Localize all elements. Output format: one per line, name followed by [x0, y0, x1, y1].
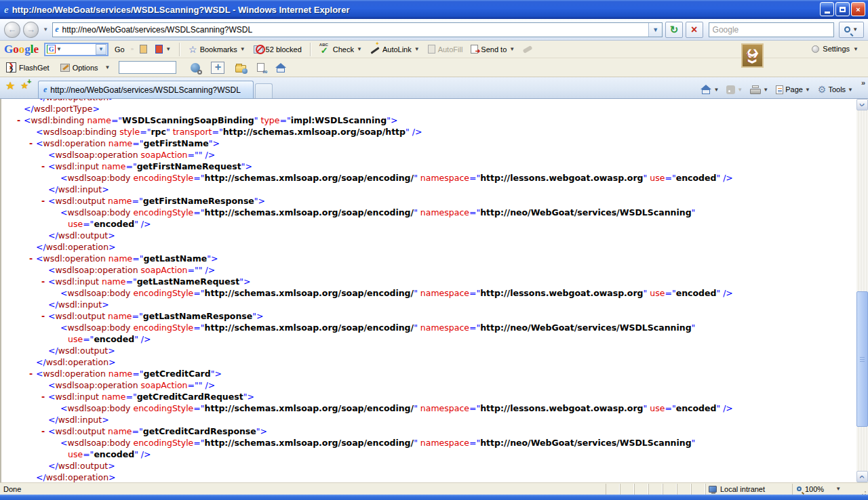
- google-search-combo[interactable]: G ▼ ▼: [44, 43, 108, 56]
- collapse-toggle[interactable]: -: [29, 138, 33, 149]
- xml-line: <wsdlsoap:operation soapAction="" />: [1, 264, 856, 276]
- collapse-toggle[interactable]: -: [41, 195, 45, 207]
- refresh-button[interactable]: ↻: [665, 22, 683, 38]
- popup-blocker-button[interactable]: 52 blocked: [252, 44, 304, 55]
- autofill-button: AutoFill: [426, 43, 465, 55]
- xml-line: -<wsdl:input name="getLastNameRequest">: [1, 276, 856, 287]
- print-button[interactable]: ▼: [749, 84, 770, 96]
- collapse-toggle[interactable]: -: [29, 368, 33, 379]
- flashget-search-button[interactable]: [189, 62, 202, 74]
- google-g-dropdown[interactable]: ▼: [56, 46, 62, 52]
- autolink-button[interactable]: AutoLink▼: [368, 44, 422, 55]
- xml-line: use="encoded" />: [1, 449, 856, 460]
- back-button[interactable]: ←: [4, 22, 20, 38]
- xml-line: -<wsdl:input name="getCreditCardRequest"…: [1, 391, 856, 402]
- xml-line: <wsdlsoap:body encodingStyle="http://sch…: [1, 402, 856, 414]
- toolbar-expander-icon[interactable]: »: [131, 46, 134, 52]
- status-bar: Done Local intranet 100% ▼: [0, 482, 868, 495]
- maximize-button[interactable]: [835, 2, 850, 16]
- page-link-icon: [257, 63, 264, 72]
- forward-button[interactable]: →: [23, 22, 39, 38]
- flashget-search-field[interactable]: [119, 61, 176, 74]
- photos-icon: [140, 45, 147, 54]
- resize-grip[interactable]: [857, 484, 868, 495]
- zone-label: Local intranet: [720, 485, 765, 493]
- bookmarks-button[interactable]: ☆ Bookmarks▼: [186, 43, 248, 56]
- gear-icon: ⚙: [818, 85, 827, 94]
- collapse-toggle[interactable]: -: [41, 161, 45, 172]
- settings-button[interactable]: Settings ▼: [812, 45, 859, 53]
- settings-orb-icon: [812, 45, 819, 53]
- xml-line: <wsdlsoap:binding style="rpc" transport=…: [1, 126, 856, 138]
- google-g-icon: G: [47, 45, 56, 54]
- vertical-scrollbar[interactable]: ᨆ ᨈ: [856, 99, 868, 482]
- wand-icon: [370, 47, 379, 54]
- flashget-search-input[interactable]: [119, 62, 176, 73]
- minimize-button[interactable]: [820, 2, 834, 16]
- collapse-toggle[interactable]: -: [41, 425, 45, 437]
- xml-line: use="encoded" />: [1, 218, 856, 230]
- feeds-button: ▼: [725, 84, 744, 96]
- search-button[interactable]: ▼: [839, 22, 864, 38]
- printer-icon: [750, 85, 761, 94]
- collapse-toggle[interactable]: -: [17, 114, 20, 126]
- search-box[interactable]: [709, 22, 834, 37]
- highlighter-icon: [523, 45, 533, 53]
- page-menu-button[interactable]: Page▼: [774, 84, 812, 96]
- scroll-down-button[interactable]: ᨈ: [856, 471, 868, 482]
- popup-blocked-icon: [254, 45, 263, 54]
- flashget-download-page-button[interactable]: [255, 62, 267, 73]
- news-button[interactable]: [138, 43, 149, 55]
- address-url[interactable]: http://neo/WebGoat/services/WSDLScanning…: [62, 25, 649, 35]
- go-button[interactable]: Go: [113, 44, 127, 55]
- flashget-home-button[interactable]: [273, 62, 288, 74]
- flashget-options-button[interactable]: Options ▼: [58, 62, 113, 73]
- options-hammer-icon: [60, 64, 70, 72]
- xml-line: <wsdlsoap:body encodingStyle="http://sch…: [1, 437, 856, 449]
- tools-menu-button[interactable]: ⚙Tools▼: [816, 83, 854, 96]
- collapse-toggle[interactable]: -: [29, 253, 33, 264]
- flashget-capture-button[interactable]: ✛: [209, 60, 226, 75]
- zoom-magnifier-icon: [797, 486, 802, 491]
- tab-favicon: e: [43, 85, 47, 95]
- search-icon: [844, 26, 850, 33]
- xml-line: </wsdl:operation>: [1, 356, 856, 368]
- flashget-site-explorer-button[interactable]: [233, 62, 248, 74]
- title-bar[interactable]: e http://neo/WebGoat/services/WSDLScanni…: [0, 0, 868, 19]
- home-button[interactable]: ▼: [699, 83, 720, 96]
- highlighter-button[interactable]: [521, 46, 534, 53]
- intranet-zone-icon: [709, 486, 717, 493]
- collapse-toggle[interactable]: -: [41, 276, 45, 287]
- search-input[interactable]: [713, 25, 833, 35]
- address-field[interactable]: e http://neo/WebGoat/services/WSDLScanni…: [52, 22, 663, 37]
- stop-icon: ×: [691, 24, 697, 35]
- status-pane: [634, 484, 648, 495]
- recent-pages-dropdown[interactable]: ▼: [43, 26, 48, 33]
- xml-line: </wsdl:output>: [1, 345, 856, 356]
- flashget-button[interactable]: ❯❯ FlashGet: [4, 61, 52, 74]
- xml-line: <wsdlsoap:body encodingStyle="http://sch…: [1, 322, 856, 333]
- zoom-control[interactable]: 100% ▼: [792, 484, 857, 495]
- spellcheck-button[interactable]: ABC✓ Check▼: [317, 43, 364, 56]
- ie-logo-icon: e: [4, 4, 9, 16]
- collapse-toggle[interactable]: -: [41, 310, 45, 322]
- google-search-dropdown[interactable]: ▼: [96, 44, 106, 55]
- address-dropdown[interactable]: ▼: [648, 23, 662, 37]
- favorites-center-icon[interactable]: ★: [5, 79, 15, 92]
- zoom-level: 100%: [805, 485, 824, 493]
- flashget-badge-icon[interactable]: ❮❯❱❱: [741, 43, 764, 68]
- stop-button[interactable]: ×: [686, 22, 703, 38]
- send-to-button[interactable]: ➜ Send to▼: [469, 43, 517, 55]
- collapse-toggle[interactable]: -: [41, 391, 45, 402]
- new-tab-button[interactable]: [255, 83, 273, 98]
- close-button[interactable]: ×: [851, 2, 865, 16]
- scroll-up-button[interactable]: ᨆ: [856, 99, 868, 110]
- google-logo-letter: o: [13, 43, 19, 56]
- search-options-dropdown[interactable]: ▼: [852, 26, 858, 33]
- gadget-button[interactable]: ▼: [153, 43, 173, 55]
- zoom-dropdown[interactable]: ▼: [835, 486, 841, 492]
- add-favorite-icon[interactable]: ★: [20, 81, 28, 91]
- active-tab[interactable]: e http://neo/WebGoat/services/WSDLScanni…: [38, 81, 254, 98]
- toolbar-overflow-chevron[interactable]: »: [861, 79, 865, 87]
- scrollbar-thumb[interactable]: [856, 291, 868, 427]
